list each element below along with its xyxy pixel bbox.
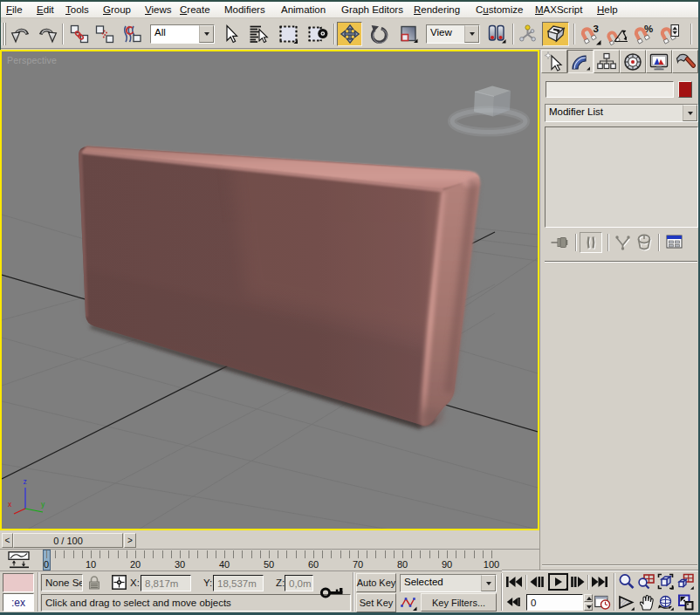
- modifier-stack-list[interactable]: [545, 126, 698, 228]
- next-frame-button[interactable]: [571, 576, 586, 588]
- configure-modifier-sets-button[interactable]: [663, 232, 685, 253]
- toolbar-drag-handle[interactable]: [2, 23, 6, 45]
- zoom-button[interactable]: [618, 573, 635, 590]
- ruler-tick: [286, 550, 287, 558]
- menu-tools[interactable]: Tools: [65, 4, 89, 15]
- unlink-selection-button[interactable]: [93, 22, 116, 46]
- select-and-manipulate-button[interactable]: [517, 22, 539, 46]
- statusbar-separator: [614, 573, 615, 611]
- zoom-extents-button[interactable]: [657, 573, 674, 590]
- frame-spinner[interactable]: [584, 594, 593, 611]
- menu-create[interactable]: Create: [180, 4, 210, 15]
- modifier-list-dropdown[interactable]: Modifier List: [545, 104, 698, 122]
- macro-recorder-field[interactable]: [3, 573, 34, 592]
- maxscript-mini-listener[interactable]: :ex: [3, 593, 34, 612]
- selection-lock-toggle[interactable]: [88, 576, 100, 590]
- keyboard-override-key-icon[interactable]: [319, 581, 346, 602]
- bind-to-space-warp-button[interactable]: [119, 22, 145, 46]
- tab-motion-icon: [622, 51, 643, 72]
- tab-modify[interactable]: [567, 50, 594, 73]
- menu-edit[interactable]: Edit: [37, 4, 54, 15]
- time-slider-next-button[interactable]: >: [124, 533, 136, 548]
- time-configuration-button[interactable]: [594, 595, 611, 610]
- menu-animation[interactable]: Animation: [281, 4, 326, 15]
- time-slider-value: 0 / 100: [53, 536, 83, 546]
- statusbar-separator: [501, 573, 503, 611]
- percent-snap-toggle[interactable]: %: [630, 22, 656, 46]
- show-end-result-button[interactable]: [580, 232, 602, 253]
- key-filters-button[interactable]: Key Filters...: [421, 593, 497, 612]
- coord-z-field[interactable]: 0,0m: [285, 575, 313, 591]
- auto-key-button[interactable]: Auto Key: [356, 573, 396, 592]
- arc-rotate-button[interactable]: [657, 594, 674, 611]
- absolute-mode-toggle[interactable]: [112, 575, 127, 590]
- time-slider-handle[interactable]: 0 / 100: [13, 533, 123, 548]
- menu-group[interactable]: Group: [103, 4, 131, 15]
- menu-rendering[interactable]: Rendering: [414, 4, 460, 15]
- key-filter-dropdown[interactable]: Selected: [400, 574, 497, 592]
- previous-frame-button[interactable]: [529, 576, 544, 588]
- unlink-icon: [94, 24, 115, 44]
- object-color-swatch[interactable]: [678, 81, 692, 98]
- pin-stack-button[interactable]: [549, 232, 570, 253]
- make-unique-button[interactable]: [613, 232, 634, 253]
- tab-create[interactable]: [541, 50, 567, 73]
- current-frame-field[interactable]: 0: [526, 594, 583, 611]
- window-crossing-toggle[interactable]: [304, 22, 331, 46]
- select-and-move-button[interactable]: [337, 22, 362, 46]
- select-and-link-button[interactable]: [67, 22, 91, 46]
- key-mode-toggle[interactable]: [506, 597, 520, 607]
- remove-modifier-button[interactable]: [635, 232, 655, 253]
- coord-x-field[interactable]: 8,817m: [141, 575, 191, 591]
- pan-view-button[interactable]: [638, 594, 655, 611]
- coord-x-label: X:: [130, 577, 140, 588]
- redo-button[interactable]: [35, 22, 58, 46]
- select-by-name-button[interactable]: [245, 22, 271, 46]
- key-filter-dropdown-button[interactable]: [481, 575, 496, 591]
- viewport-label[interactable]: Perspective: [7, 55, 57, 65]
- menu-graph-editors[interactable]: Graph Editors: [341, 4, 403, 15]
- menu-views[interactable]: Views: [145, 4, 171, 15]
- selection-filter-dropdown-button[interactable]: [199, 25, 214, 43]
- use-pivot-point-center-button[interactable]: [484, 22, 509, 46]
- selection-filter-dropdown[interactable]: All: [150, 24, 215, 44]
- time-slider-prev-button[interactable]: <: [2, 533, 13, 548]
- set-key-button[interactable]: Set Key: [356, 593, 396, 612]
- object-name-field[interactable]: [546, 81, 674, 98]
- modifier-list-dropdown-button[interactable]: [683, 105, 697, 121]
- min-max-toggle-button[interactable]: [677, 594, 694, 611]
- ruler-tick: [189, 550, 189, 558]
- menu-modifiers[interactable]: Modifiers: [224, 4, 265, 15]
- main-toolbar: 3%AllView: [0, 19, 700, 49]
- tab-motion[interactable]: [620, 50, 646, 73]
- reference-coordinate-system-dropdown-button[interactable]: [464, 25, 479, 43]
- undo-button[interactable]: [9, 22, 32, 46]
- select-and-rotate-button[interactable]: [366, 22, 391, 46]
- go-to-start-button[interactable]: [505, 576, 523, 588]
- rectangular-selection-region-button[interactable]: [275, 22, 301, 46]
- mini-curve-editor-button[interactable]: [8, 551, 31, 569]
- menu-help[interactable]: Help: [597, 4, 618, 15]
- menu-customize[interactable]: Customize: [476, 4, 523, 15]
- play-animation-button[interactable]: [548, 573, 568, 591]
- zoom-extents-all-button[interactable]: [677, 573, 694, 590]
- viewport-canvas[interactable]: zxy: [2, 51, 538, 529]
- zoom-all-button[interactable]: [638, 573, 655, 590]
- angle-snap-toggle[interactable]: [604, 22, 630, 46]
- tab-hierarchy[interactable]: [594, 50, 620, 73]
- tab-display[interactable]: [646, 50, 672, 73]
- coord-y-field[interactable]: 18,537m: [213, 575, 264, 591]
- menu-maxscript[interactable]: MAXScript: [535, 4, 582, 15]
- select-object-button[interactable]: [218, 22, 243, 46]
- menu-file[interactable]: File: [6, 4, 23, 15]
- reference-coordinate-system-dropdown[interactable]: View: [426, 24, 480, 44]
- go-to-end-button[interactable]: [591, 576, 608, 588]
- field-of-view-button[interactable]: [618, 594, 635, 611]
- default-tangent-button[interactable]: [399, 593, 417, 612]
- tab-utilities[interactable]: [672, 50, 698, 73]
- track-bar[interactable]: 0102030405060708090100: [0, 549, 539, 571]
- keyboard-shortcut-override-toggle[interactable]: [542, 22, 569, 46]
- snaps-toggle-3d[interactable]: 3: [577, 22, 603, 46]
- select-and-scale-button[interactable]: [395, 22, 421, 46]
- spinner-snap-toggle[interactable]: [656, 22, 682, 46]
